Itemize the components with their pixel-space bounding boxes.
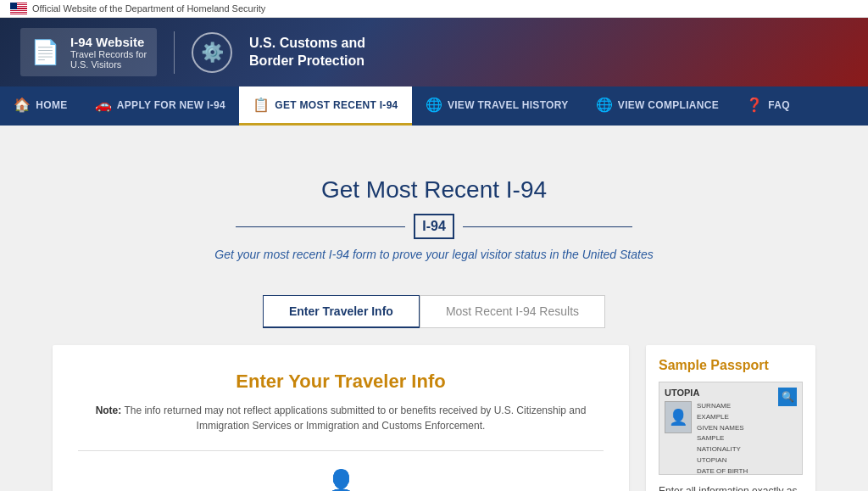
nav-faq-label: FAQ: [768, 99, 790, 111]
content-area: Enter Your Traveler Info Note: The info …: [53, 345, 815, 491]
globe-icon: 🌐: [426, 97, 442, 113]
main-content: Get Most Recent I-94 I-94 Get your most …: [0, 126, 868, 491]
faq-icon: ❓: [746, 97, 763, 113]
form-note-label: Note:: [96, 405, 122, 416]
nav-faq[interactable]: ❓ FAQ: [732, 86, 804, 126]
page-subtitle: Get your most recent I-94 form to prove …: [34, 248, 834, 261]
nav-home[interactable]: 🏠 HOME: [0, 86, 81, 126]
passport-enlarge-button[interactable]: 🔍: [778, 388, 797, 406]
gov-banner-text: Official Website of the Department of Ho…: [32, 3, 265, 14]
divider-line-right: [463, 226, 632, 227]
nav-compliance[interactable]: 🌐 VIEW COMPLIANCE: [582, 86, 732, 126]
form-note-text: The info returned may not reflect applic…: [124, 405, 586, 432]
nav-apply-label: APPLY FOR NEW I-94: [117, 99, 225, 111]
cbp-name-line2: Border Protection: [249, 53, 365, 70]
nav-travel-history[interactable]: 🌐 VIEW TRAVEL HISTORY: [412, 86, 582, 126]
page-title-section: Get Most Recent I-94 I-94 Get your most …: [17, 151, 851, 278]
header-divider: [174, 31, 175, 74]
tab-enter-info[interactable]: Enter Traveler Info: [263, 295, 420, 328]
passport-title: Sample Passport: [659, 358, 803, 373]
passport-data: SURNAME EXAMPLE GIVEN NAMES SAMPLE NATIO…: [697, 401, 797, 475]
passport-photo: 👤: [665, 401, 692, 433]
site-subtitle-1: Travel Records for: [70, 49, 147, 59]
page-title: Get Most Recent I-94: [34, 176, 834, 204]
tab-bar: Enter Traveler Info Most Recent I-94 Res…: [17, 295, 851, 328]
nav-get-i94[interactable]: 📋 GET MOST RECENT I-94: [239, 86, 412, 126]
form-title: Enter Your Traveler Info: [78, 371, 604, 393]
sidebar: Sample Passport UTOPIA 👤 SURNAME EXAMPLE…: [646, 345, 815, 491]
us-flag-icon: [10, 3, 27, 14]
nav-apply[interactable]: 🚗 APPLY FOR NEW I-94: [81, 86, 239, 126]
cbp-branding: U.S. Customs and Border Protection: [249, 35, 365, 70]
site-logo: 📄 I-94 Website Travel Records for U.S. V…: [20, 28, 157, 76]
i94-icon: 📋: [253, 97, 270, 113]
compliance-icon: 🌐: [596, 97, 613, 113]
nav-travel-label: VIEW TRAVEL HISTORY: [448, 99, 569, 111]
site-header: 📄 I-94 Website Travel Records for U.S. V…: [0, 18, 868, 86]
nav-home-label: HOME: [36, 99, 67, 111]
passport-image: UTOPIA 👤 SURNAME EXAMPLE GIVEN NAMES SAM…: [659, 382, 803, 475]
site-name: I-94 Website: [70, 35, 147, 49]
person-icon: 👤: [78, 468, 604, 491]
tab-results[interactable]: Most Recent I-94 Results: [420, 295, 605, 328]
gov-banner: Official Website of the Department of Ho…: [0, 0, 868, 18]
main-nav: 🏠 HOME 🚗 APPLY FOR NEW I-94 📋 GET MOST R…: [0, 86, 868, 126]
nav-get-label: GET MOST RECENT I-94: [275, 99, 398, 111]
nav-compliance-label: VIEW COMPLIANCE: [618, 99, 719, 111]
passport-desc: Enter all information exactly as it appe…: [659, 483, 803, 491]
i94-badge-icon: I-94: [414, 214, 454, 239]
site-subtitle-2: U.S. Visitors: [70, 59, 147, 70]
home-icon: 🏠: [14, 97, 31, 113]
site-logo-text: I-94 Website Travel Records for U.S. Vis…: [70, 35, 147, 70]
form-note: Note: The info returned may not reflect …: [78, 403, 604, 433]
passport-fields: 👤 SURNAME EXAMPLE GIVEN NAMES SAMPLE NAT…: [665, 401, 797, 475]
title-divider: I-94: [34, 214, 834, 239]
form-divider: [78, 450, 604, 451]
cbp-name-line1: U.S. Customs and: [249, 35, 365, 53]
passport-card: Sample Passport UTOPIA 👤 SURNAME EXAMPLE…: [646, 345, 815, 491]
car-icon: 🚗: [95, 97, 112, 113]
cbp-seal-icon: ⚙️: [192, 32, 232, 73]
passport-country: UTOPIA: [665, 388, 797, 398]
traveler-form-card: Enter Your Traveler Info Note: The info …: [53, 345, 629, 491]
divider-line-left: [236, 226, 405, 227]
document-icon: 📄: [31, 38, 60, 66]
